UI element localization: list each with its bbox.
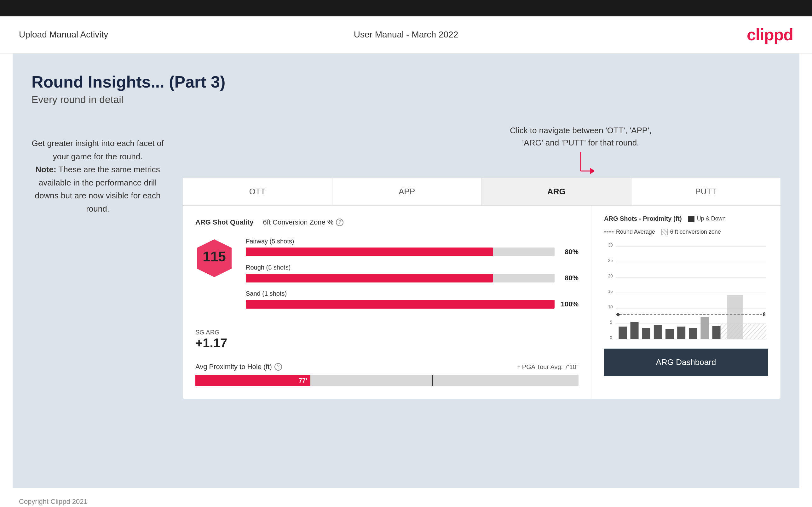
hex-value: 115 xyxy=(203,249,225,265)
svg-marker-2 xyxy=(590,168,595,174)
bar-label-rough: Rough (5 shots) xyxy=(246,264,578,271)
proximity-value: 77' xyxy=(299,377,307,384)
bar-pct-sand: 100% xyxy=(560,300,578,308)
proximity-bar: 77' xyxy=(195,375,578,386)
footer: Copyright Clippd 2021 xyxy=(0,488,812,507)
legend-up-down: Up & Down xyxy=(688,215,726,222)
nav-annotation-area: Click to navigate between 'OTT', 'APP','… xyxy=(183,124,780,175)
conversion-label: 6ft Conversion Zone % ? xyxy=(263,218,344,226)
bar-pct-fairway: 80% xyxy=(560,248,578,256)
bar-track-fairway: 80% xyxy=(246,247,578,256)
top-bar xyxy=(0,0,812,16)
arg-card: OTT APP ARG PUTT ARG Shot Quality 6ft Co… xyxy=(183,178,780,399)
bar-bg-fairway xyxy=(246,247,555,256)
card-body: ARG Shot Quality 6ft Conversion Zone % ? xyxy=(183,206,780,399)
content-row: Get greater insight into each facet of y… xyxy=(32,124,780,399)
left-panel: Get greater insight into each facet of y… xyxy=(32,124,164,216)
shot-quality-label: ARG Shot Quality xyxy=(195,218,254,226)
tab-arg[interactable]: ARG xyxy=(482,178,631,205)
bar-bg-rough xyxy=(246,274,555,282)
legend-round-avg-label: Round Average xyxy=(616,229,655,235)
page-title: Round Insights... (Part 3) xyxy=(32,72,780,91)
page-subtitle: Every round in detail xyxy=(32,94,780,106)
nav-hint-text: Click to navigate between 'OTT', 'APP','… xyxy=(510,124,651,149)
svg-text:20: 20 xyxy=(608,274,613,279)
svg-rect-23 xyxy=(654,325,662,339)
bar-fill-fairway xyxy=(246,247,493,256)
svg-text:10: 10 xyxy=(608,304,613,309)
proximity-header: Avg Proximity to Hole (ft) ? ↑ PGA Tour … xyxy=(195,363,578,371)
svg-rect-20 xyxy=(618,327,627,339)
legend-6ft-label: 6 ft conversion zone xyxy=(670,229,721,235)
svg-marker-32 xyxy=(616,313,620,317)
legend-round-avg: Round Average xyxy=(604,229,655,235)
legend-6ft: 6 ft conversion zone xyxy=(661,229,721,235)
upload-manual-label: Upload Manual Activity xyxy=(19,30,108,40)
svg-text:8: 8 xyxy=(763,312,766,317)
nav-arrow-svg xyxy=(565,149,597,180)
chart-svg: 0 5 10 15 20 25 30 xyxy=(604,241,768,342)
sg-section: SG ARG +1.17 xyxy=(195,329,578,350)
bar-fill-sand xyxy=(246,300,555,308)
bar-bg-sand xyxy=(246,300,555,308)
tab-putt[interactable]: PUTT xyxy=(631,178,781,205)
legend-up-down-label: Up & Down xyxy=(697,215,726,222)
svg-rect-21 xyxy=(630,322,639,339)
card-right: ARG Shots - Proximity (ft) Up & Down Rou… xyxy=(592,206,780,399)
legend-box-icon xyxy=(688,216,695,222)
legend-hatch-icon xyxy=(661,229,668,235)
legend-dashed-icon xyxy=(604,231,613,232)
pga-avg: ↑ PGA Tour Avg: 7'10" xyxy=(517,363,578,371)
proximity-bar-fill: 77' xyxy=(195,375,310,386)
tab-app[interactable]: APP xyxy=(333,178,482,205)
hex-bars-container: 115 Fairway (5 shots) xyxy=(195,238,578,316)
sg-label: SG ARG xyxy=(195,329,578,336)
svg-rect-25 xyxy=(677,327,685,339)
main-content: Round Insights... (Part 3) Every round i… xyxy=(13,54,799,488)
bar-pct-rough: 80% xyxy=(560,274,578,282)
header: Upload Manual Activity User Manual - Mar… xyxy=(0,16,812,54)
proximity-section: Avg Proximity to Hole (ft) ? ↑ PGA Tour … xyxy=(195,363,578,386)
chart-title: ARG Shots - Proximity (ft) xyxy=(604,215,682,222)
svg-rect-28 xyxy=(712,326,721,339)
proximity-label: Avg Proximity to Hole (ft) ? xyxy=(195,363,282,371)
chart-area: 0 5 10 15 20 25 30 xyxy=(604,241,768,342)
svg-text:5: 5 xyxy=(610,320,612,325)
bar-label-sand: Sand (1 shots) xyxy=(246,290,578,297)
proximity-help-icon[interactable]: ? xyxy=(274,363,282,371)
nav-annotation: Click to navigate between 'OTT', 'APP','… xyxy=(510,124,651,180)
svg-text:30: 30 xyxy=(608,243,613,248)
tab-ott[interactable]: OTT xyxy=(183,178,333,205)
bar-track-rough: 80% xyxy=(246,274,578,282)
user-manual-label: User Manual - March 2022 xyxy=(354,30,458,40)
copyright-text: Copyright Clippd 2021 xyxy=(19,498,88,505)
bar-label-fairway: Fairway (5 shots) xyxy=(246,238,578,245)
tab-bar: OTT APP ARG PUTT xyxy=(183,178,780,206)
right-section: Click to navigate between 'OTT', 'APP','… xyxy=(183,124,780,399)
bar-row-rough: Rough (5 shots) 80% xyxy=(246,264,578,282)
hex-badge: 115 xyxy=(195,238,233,276)
bar-fill-rough xyxy=(246,274,493,282)
card-left: ARG Shot Quality 6ft Conversion Zone % ? xyxy=(183,206,592,399)
chart-header: ARG Shots - Proximity (ft) Up & Down Rou… xyxy=(604,215,768,235)
section-header: ARG Shot Quality 6ft Conversion Zone % ? xyxy=(195,218,578,226)
bar-track-sand: 100% xyxy=(246,300,578,308)
svg-text:15: 15 xyxy=(608,289,613,294)
insight-text: Get greater insight into each facet of y… xyxy=(32,137,164,216)
svg-text:0: 0 xyxy=(610,335,612,340)
proximity-cursor xyxy=(432,375,433,386)
sg-value: +1.17 xyxy=(195,336,578,350)
svg-rect-26 xyxy=(689,328,697,339)
svg-rect-27 xyxy=(701,317,709,339)
note-label: Note: xyxy=(35,165,56,174)
svg-rect-22 xyxy=(642,328,650,339)
bar-row-fairway: Fairway (5 shots) 80% xyxy=(246,238,578,256)
bar-row-sand: Sand (1 shots) 100% xyxy=(246,290,578,308)
bars-section: Fairway (5 shots) 80% Ro xyxy=(246,238,578,316)
arg-dashboard-button[interactable]: ARG Dashboard xyxy=(604,349,768,376)
svg-text:25: 25 xyxy=(608,258,613,263)
svg-rect-29 xyxy=(727,295,743,339)
svg-rect-24 xyxy=(665,329,674,339)
clippd-logo: clippd xyxy=(747,25,793,44)
help-icon[interactable]: ? xyxy=(336,219,344,226)
